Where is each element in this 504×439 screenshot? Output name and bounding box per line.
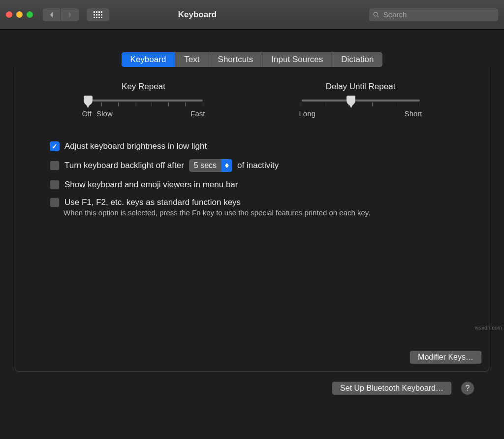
key-repeat-slider[interactable] — [85, 100, 203, 101]
search-icon — [373, 11, 379, 18]
tab-shortcuts[interactable]: Shortcuts — [209, 52, 263, 67]
stepper-arrows-icon — [221, 159, 232, 172]
bluetooth-keyboard-button[interactable]: Set Up Bluetooth Keyboard… — [332, 381, 452, 395]
fn-help-text: When this option is selected, press the … — [63, 208, 454, 217]
viewers-checkbox[interactable] — [50, 180, 60, 190]
fn-checkbox[interactable] — [50, 198, 60, 207]
minimize-window-button[interactable] — [16, 11, 23, 18]
fn-row: Use F1, F2, etc. keys as standard functi… — [50, 198, 454, 207]
delay-group: Delay Until Repeat Long Short — [282, 82, 440, 118]
search-input[interactable] — [382, 10, 494, 19]
backlight-row: Turn keyboard backlight off after 5 secs… — [50, 159, 454, 172]
delay-label: Delay Until Repeat — [326, 82, 396, 92]
fn-label: Use F1, F2, etc. keys as standard functi… — [64, 198, 241, 207]
tab-dictation[interactable]: Dictation — [332, 52, 382, 67]
titlebar: Keyboard — [0, 0, 504, 30]
key-repeat-scale: Off Slow Fast — [82, 109, 205, 118]
tab-input-sources[interactable]: Input Sources — [262, 52, 332, 67]
backlight-duration-value: 5 secs — [189, 161, 221, 170]
viewers-label: Show keyboard and emoji viewers in menu … — [64, 180, 238, 190]
help-button[interactable]: ? — [461, 381, 474, 395]
modifier-keys-button[interactable]: Modifier Keys… — [410, 350, 482, 364]
key-repeat-thumb[interactable] — [84, 96, 93, 105]
brightness-label: Adjust keyboard brightness in low light — [64, 141, 207, 151]
backlight-suffix: of inactivity — [237, 161, 279, 170]
brightness-checkbox[interactable] — [50, 141, 60, 151]
search-field-wrap[interactable] — [369, 8, 498, 21]
window-title: Keyboard — [32, 10, 363, 20]
key-repeat-label: Key Repeat — [122, 82, 165, 92]
backlight-checkbox[interactable] — [50, 161, 60, 170]
tab-bar: Keyboard Text Shortcuts Input Sources Di… — [121, 52, 383, 68]
settings-panel: Key Repeat Off Slow Fast Delay Until — [15, 67, 489, 371]
delay-thumb[interactable] — [346, 96, 355, 105]
delay-scale: Long Short — [299, 109, 422, 118]
viewers-row: Show keyboard and emoji viewers in menu … — [50, 180, 454, 190]
backlight-duration-select[interactable]: 5 secs — [189, 159, 232, 172]
brightness-row: Adjust keyboard brightness in low light — [50, 141, 454, 151]
window-controls — [6, 11, 33, 18]
delay-slider[interactable] — [302, 100, 420, 101]
backlight-prefix: Turn keyboard backlight off after — [64, 161, 184, 170]
close-window-button[interactable] — [6, 11, 12, 18]
key-repeat-group: Key Repeat Off Slow Fast — [64, 82, 222, 118]
tab-text[interactable]: Text — [175, 52, 209, 67]
tab-keyboard[interactable]: Keyboard — [122, 52, 176, 67]
